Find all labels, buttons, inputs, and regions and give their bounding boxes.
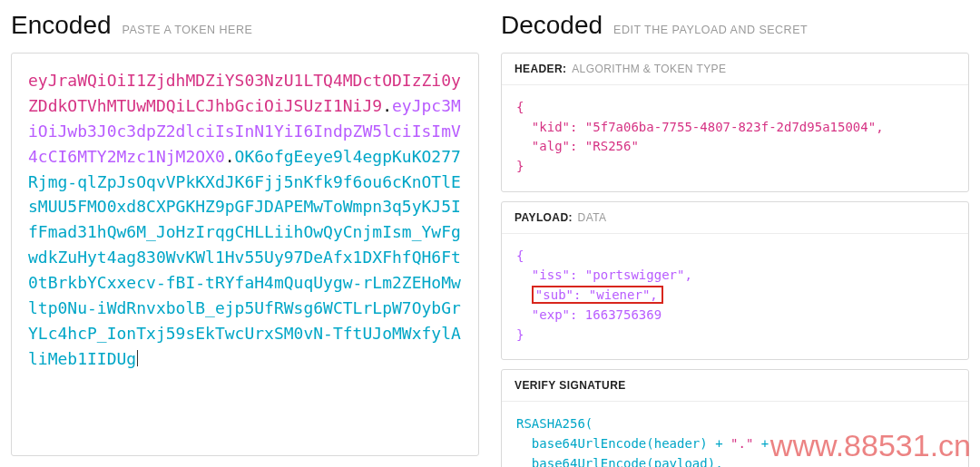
text-caret — [137, 350, 138, 366]
decoded-subtitle: EDIT THE PAYLOAD AND SECRET — [613, 24, 808, 36]
jwt-dot-2: . — [225, 147, 235, 166]
payload-section-desc: DATA — [578, 211, 607, 224]
payload-exp-value: 1663756369 — [585, 307, 662, 322]
header-section-head: HEADER: ALGORITHM & TOKEN TYPE — [502, 54, 968, 85]
verify-section: VERIFY SIGNATURE RSASHA256( base64UrlEnc… — [501, 369, 969, 467]
encoded-title: Encoded — [11, 11, 112, 40]
verify-dot-str: "." — [730, 436, 753, 451]
header-alg-value: RS256 — [593, 139, 631, 153]
decoded-title-row: Decoded EDIT THE PAYLOAD AND SECRET — [501, 11, 969, 40]
encoded-subtitle: PASTE A TOKEN HERE — [122, 24, 253, 36]
header-section-desc: ALGORITHM & TOKEN TYPE — [572, 63, 726, 75]
encoded-panel[interactable]: eyJraWQiOiI1ZjdhMDZiYS03NzU1LTQ4MDctODIz… — [11, 53, 479, 456]
jwt-signature-segment: OK6ofgEeye9l4egpKuKO277Rjmg-qlZpJsOqvVPk… — [28, 147, 461, 368]
payload-section-head: PAYLOAD: DATA — [502, 202, 968, 234]
payload-section-label: PAYLOAD: — [514, 211, 573, 224]
payload-json[interactable]: { "iss": "portswigger", "sub": "wiener",… — [502, 234, 968, 359]
encoded-title-row: Encoded PASTE A TOKEN HERE — [11, 11, 479, 40]
header-kid-value: 5f7a06ba-7755-4807-823f-2d7d95a15004 — [593, 120, 867, 134]
decoded-column: Decoded EDIT THE PAYLOAD AND SECRET HEAD… — [501, 7, 969, 467]
encoded-column: Encoded PASTE A TOKEN HERE eyJraWQiOiI1Z… — [11, 7, 479, 467]
verify-l2a: base64UrlEncode(payload) — [532, 456, 715, 467]
decoded-title: Decoded — [501, 11, 603, 40]
header-section: HEADER: ALGORITHM & TOKEN TYPE { "kid": … — [501, 53, 969, 192]
verify-fn: RSASHA256( — [516, 416, 593, 431]
payload-sub-value: wiener — [596, 287, 642, 302]
jwt-token[interactable]: eyJraWQiOiI1ZjdhMDZiYS03NzU1LTQ4MDctODIz… — [28, 68, 462, 372]
payload-section: PAYLOAD: DATA { "iss": "portswigger", "s… — [501, 201, 969, 360]
verify-section-head: VERIFY SIGNATURE — [502, 370, 968, 402]
verify-l1a: base64UrlEncode(header) — [532, 436, 708, 451]
header-json[interactable]: { "kid": "5f7a06ba-7755-4807-823f-2d7d95… — [502, 85, 968, 191]
payload-sub-highlight: "sub": "wiener", — [532, 286, 663, 304]
header-section-label: HEADER: — [514, 63, 566, 75]
verify-body[interactable]: RSASHA256( base64UrlEncode(header) + "."… — [502, 402, 968, 467]
verify-section-label: VERIFY SIGNATURE — [514, 379, 626, 392]
payload-iss-value: portswigger — [593, 268, 677, 282]
jwt-dot-1: . — [382, 96, 392, 115]
